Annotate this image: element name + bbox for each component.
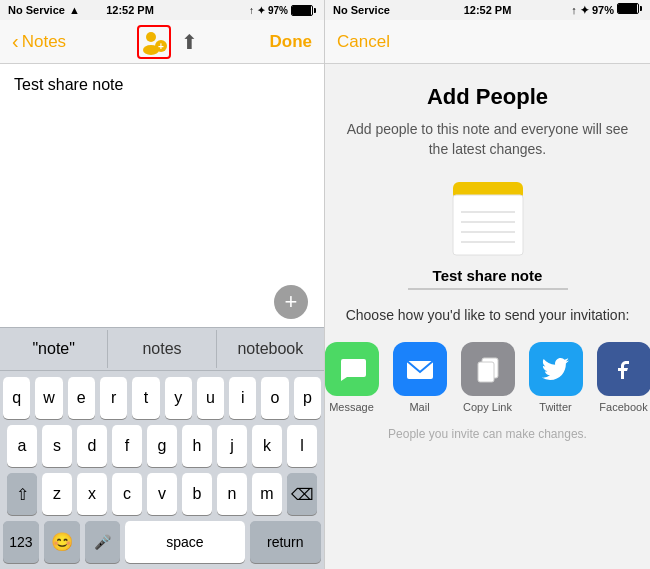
autocomplete-item-1[interactable]: "note"	[0, 330, 108, 368]
status-bar-left: No Service ▲ 12:52 PM ↑ ✦ 97%	[0, 0, 324, 20]
facebook-icon	[609, 354, 639, 384]
key-t[interactable]: t	[132, 377, 159, 419]
share-button[interactable]: ⬆	[181, 30, 198, 54]
key-n[interactable]: n	[217, 473, 247, 515]
key-p[interactable]: p	[294, 377, 321, 419]
message-icon-bg	[325, 342, 379, 396]
autocomplete-item-3[interactable]: notebook	[217, 330, 324, 368]
svg-rect-12	[478, 362, 494, 382]
mic-key[interactable]: 🎤	[85, 521, 121, 563]
twitter-icon-bg	[529, 342, 583, 396]
key-r[interactable]: r	[100, 377, 127, 419]
return-key[interactable]: return	[250, 521, 322, 563]
battery-pct-right: 97%	[592, 4, 614, 16]
right-status-right: ↑ ✦ 97%	[571, 3, 642, 17]
note-area: Test share note +	[0, 64, 324, 327]
signal-label-left: No Service	[8, 4, 65, 16]
key-f[interactable]: f	[112, 425, 142, 467]
mail-label: Mail	[409, 401, 429, 413]
note-underline	[408, 288, 568, 290]
nav-icons: + ⬆	[137, 25, 198, 59]
add-people-subtitle: Add people to this note and everyone wil…	[345, 120, 630, 159]
battery-icon-right	[617, 3, 642, 14]
facebook-icon-bg	[597, 342, 651, 396]
copy-icon-bg	[461, 342, 515, 396]
key-c[interactable]: c	[112, 473, 142, 515]
delete-key[interactable]: ⌫	[287, 473, 317, 515]
left-panel: No Service ▲ 12:52 PM ↑ ✦ 97% ‹ Notes	[0, 0, 325, 569]
key-k[interactable]: k	[252, 425, 282, 467]
key-q[interactable]: q	[3, 377, 30, 419]
key-l[interactable]: l	[287, 425, 317, 467]
cancel-button[interactable]: Cancel	[337, 32, 390, 52]
key-g[interactable]: g	[147, 425, 177, 467]
share-icons-row: Message Mail	[325, 342, 651, 413]
twitter-label: Twitter	[539, 401, 571, 413]
back-label: Notes	[22, 32, 66, 52]
note-text-area[interactable]: Test share note	[0, 64, 324, 277]
signal-label-right: No Service	[333, 4, 390, 16]
facebook-label: Facebook	[599, 401, 647, 413]
invite-note: People you invite can make changes.	[368, 427, 607, 441]
share-facebook-button[interactable]: Facebook	[597, 342, 651, 413]
add-people-content: Add People Add people to this note and e…	[325, 64, 650, 451]
add-people-title: Add People	[427, 84, 548, 110]
share-message-button[interactable]: Message	[325, 342, 379, 413]
key-w[interactable]: w	[35, 377, 62, 419]
share-mail-button[interactable]: Mail	[393, 342, 447, 413]
note-text: Test share note	[14, 76, 123, 93]
key-o[interactable]: o	[261, 377, 288, 419]
person-add-icon: +	[140, 28, 168, 56]
message-icon	[337, 354, 367, 384]
add-people-button[interactable]: +	[137, 25, 171, 59]
twitter-icon	[541, 354, 571, 384]
copy-label: Copy Link	[463, 401, 512, 413]
choose-text: Choose how you'd like to send your invit…	[346, 306, 630, 326]
key-y[interactable]: y	[165, 377, 192, 419]
key-z[interactable]: z	[42, 473, 72, 515]
arrow-icon-right: ↑	[571, 4, 577, 16]
space-key[interactable]: space	[125, 521, 244, 563]
share-twitter-button[interactable]: Twitter	[529, 342, 583, 413]
key-b[interactable]: b	[182, 473, 212, 515]
num-key[interactable]: 123	[3, 521, 39, 563]
key-x[interactable]: x	[77, 473, 107, 515]
note-area-bottom: +	[0, 277, 324, 327]
keyboard: q w e r t y u i o p a s d f g h j k l ⇧ …	[0, 371, 324, 569]
key-e[interactable]: e	[68, 377, 95, 419]
svg-point-0	[146, 32, 156, 42]
key-i[interactable]: i	[229, 377, 256, 419]
key-m[interactable]: m	[252, 473, 282, 515]
bt-icon-right: ✦	[580, 4, 589, 16]
time-right: 12:52 PM	[464, 4, 512, 16]
right-status-left: ↑ ✦ 97%	[249, 5, 316, 16]
key-a[interactable]: a	[7, 425, 37, 467]
note-name-label: Test share note	[433, 267, 543, 284]
autocomplete-bar: "note" notes notebook	[0, 327, 324, 371]
key-u[interactable]: u	[197, 377, 224, 419]
emoji-key[interactable]: 😊	[44, 521, 80, 563]
key-j[interactable]: j	[217, 425, 247, 467]
battery-icon-left	[291, 5, 316, 16]
key-v[interactable]: v	[147, 473, 177, 515]
nav-bar-right: Cancel	[325, 20, 650, 64]
svg-rect-5	[453, 195, 523, 255]
key-h[interactable]: h	[182, 425, 212, 467]
key-d[interactable]: d	[77, 425, 107, 467]
nav-bar-left: ‹ Notes + ⬆ Done	[0, 20, 324, 64]
chevron-left-icon: ‹	[12, 30, 19, 53]
mail-icon	[405, 354, 435, 384]
wifi-icon-left: ▲	[69, 4, 80, 16]
add-content-button[interactable]: +	[274, 285, 308, 319]
key-s[interactable]: s	[42, 425, 72, 467]
bt-icon-left: ✦	[257, 5, 265, 16]
keyboard-row-1: q w e r t y u i o p	[3, 377, 321, 419]
done-button[interactable]: Done	[270, 32, 313, 52]
back-button[interactable]: ‹ Notes	[12, 30, 66, 53]
keyboard-row-3: ⇧ z x c v b n m ⌫	[3, 473, 321, 515]
left-status: No Service ▲	[8, 4, 80, 16]
share-copy-button[interactable]: Copy Link	[461, 342, 515, 413]
autocomplete-item-2[interactable]: notes	[108, 330, 216, 368]
shift-key[interactable]: ⇧	[7, 473, 37, 515]
keyboard-row-4: 123 😊 🎤 space return	[3, 521, 321, 563]
